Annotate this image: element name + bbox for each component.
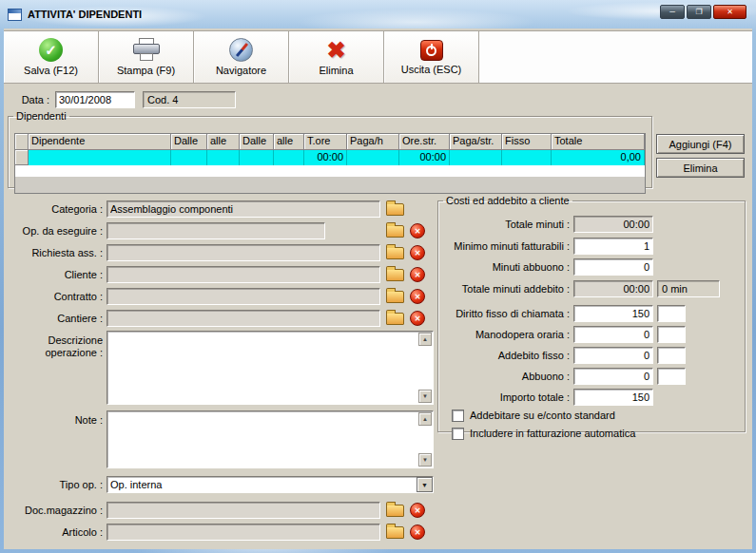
diritto-fisso-input[interactable]: [573, 305, 653, 322]
importo-totale-label: Importo totale :: [438, 391, 570, 404]
importo-totale-input[interactable]: [573, 389, 653, 406]
salva-button[interactable]: ✓ Salva (F12): [4, 31, 99, 83]
navigatore-label: Navigatore: [216, 65, 266, 76]
col-fisso[interactable]: Fisso: [502, 134, 552, 150]
cell-dalle-1[interactable]: [171, 150, 207, 165]
totale-minuti-field: [573, 216, 653, 233]
richiesta-ass-clear-icon[interactable]: ✕: [410, 245, 425, 260]
tipo-op-select[interactable]: Op. interna ▼: [107, 476, 434, 493]
op-da-eseguire-clear-icon[interactable]: ✕: [410, 223, 425, 238]
diritto-fisso-extra-input[interactable]: [657, 305, 686, 322]
close-button[interactable]: ✕: [713, 5, 746, 19]
cell-totale[interactable]: 0,00: [552, 150, 645, 165]
cantiere-clear-icon[interactable]: ✕: [410, 311, 425, 326]
col-dipendente[interactable]: Dipendente: [29, 134, 171, 150]
addebitare-checkbox-label: Addebitare su e/conto standard: [470, 410, 615, 422]
minuti-abbuono-input[interactable]: [573, 258, 653, 276]
note-scroll-down-icon[interactable]: ▼: [418, 453, 432, 467]
op-da-eseguire-folder-icon[interactable]: [386, 225, 404, 238]
elimina-button[interactable]: ✖ Elimina: [289, 31, 384, 83]
richiesta-ass-folder-icon[interactable]: [386, 247, 404, 259]
cell-paga-str[interactable]: [450, 150, 502, 165]
descrizione-scroll-up-icon[interactable]: ▲: [418, 333, 432, 346]
maximize-button[interactable]: ❐: [687, 5, 711, 19]
col-paga-h[interactable]: Paga/h: [347, 134, 399, 150]
doc-magazzino-clear-icon[interactable]: ✕: [410, 503, 425, 518]
save-check-icon: ✓: [39, 38, 63, 62]
data-label: Data :: [4, 93, 49, 106]
cell-dalle-2[interactable]: [240, 150, 274, 165]
col-dalle-1[interactable]: Dalle: [171, 134, 207, 150]
col-totale[interactable]: Totale: [552, 134, 645, 150]
doc-magazzino-label: Doc.magazzino :: [4, 504, 103, 517]
descrizione-scroll-down-icon[interactable]: ▼: [418, 390, 432, 403]
cell-fisso[interactable]: [502, 150, 552, 165]
aggiungi-button[interactable]: Aggiungi (F4): [656, 134, 745, 154]
minimo-minuti-input[interactable]: [573, 238, 653, 255]
descrizione-textarea[interactable]: [107, 331, 434, 405]
descrizione-label: Descrizione operazione :: [27, 334, 103, 359]
col-tore[interactable]: T.ore: [304, 134, 347, 150]
cell-tore[interactable]: 00:00: [304, 150, 347, 165]
cantiere-folder-icon[interactable]: [386, 313, 404, 325]
tipo-op-dropdown-button[interactable]: ▼: [417, 477, 433, 492]
contratto-clear-icon[interactable]: ✕: [410, 289, 425, 304]
row-selector-cell: [15, 150, 29, 165]
manodopera-input[interactable]: [573, 326, 653, 343]
articolo-input[interactable]: [107, 524, 380, 541]
titlebar[interactable]: ATTIVITA' DIPENDENTI ─ ❐ ✕: [0, 0, 756, 29]
costi-groupbox: Costi ed addebito a cliente Totale minut…: [437, 195, 746, 432]
abbuono-input[interactable]: [573, 368, 653, 385]
cantiere-input[interactable]: [107, 310, 380, 327]
note-textarea[interactable]: [107, 410, 434, 468]
cell-alle-1[interactable]: [207, 150, 240, 165]
salva-label: Salva (F12): [24, 65, 78, 76]
cell-alle-2[interactable]: [274, 150, 304, 165]
addebitare-checkbox[interactable]: [452, 410, 464, 422]
power-icon: [420, 40, 443, 61]
stampa-button[interactable]: Stampa (F9): [99, 31, 194, 83]
addebito-fisso-extra-input[interactable]: [657, 347, 686, 364]
cliente-input[interactable]: [107, 266, 380, 283]
articolo-folder-icon[interactable]: [386, 526, 404, 539]
cell-paga-h[interactable]: [347, 150, 399, 165]
op-da-eseguire-input[interactable]: [107, 222, 325, 239]
col-paga-str[interactable]: Paga/str.: [450, 134, 502, 150]
contratto-input[interactable]: [107, 288, 380, 305]
col-dalle-2[interactable]: Dalle: [240, 134, 274, 150]
col-alle-1[interactable]: alle: [207, 134, 240, 150]
printer-icon: [132, 38, 161, 62]
minimize-button[interactable]: ─: [660, 5, 685, 19]
data-input[interactable]: [55, 91, 135, 108]
abbuono-label: Abbuono :: [438, 370, 570, 383]
abbuono-extra-input[interactable]: [657, 368, 686, 385]
note-scroll-up-icon[interactable]: ▲: [418, 412, 432, 426]
dipendenti-grid[interactable]: Dipendente Dalle alle Dalle alle T.ore P…: [14, 133, 646, 194]
categoria-label: Categoria :: [4, 202, 103, 216]
navigatore-button[interactable]: Navigatore: [194, 31, 289, 83]
grid-selected-row[interactable]: 00:00 00:00 0,00: [15, 150, 645, 165]
grid-elimina-button[interactable]: Elimina: [656, 158, 745, 178]
cod-field: Cod. 4: [143, 91, 236, 108]
categoria-input[interactable]: [107, 200, 380, 218]
col-ore-str[interactable]: Ore.str.: [399, 134, 450, 150]
minuti-addebito-extra-field: 0 min: [657, 280, 720, 297]
cliente-clear-icon[interactable]: ✕: [410, 267, 425, 282]
uscita-button[interactable]: Uscita (ESC): [384, 31, 479, 83]
richiesta-ass-input[interactable]: [107, 244, 380, 261]
cliente-folder-icon[interactable]: [386, 269, 404, 281]
cell-ore-str[interactable]: 00:00: [399, 150, 450, 165]
doc-magazzino-folder-icon[interactable]: [386, 505, 404, 517]
addebito-fisso-input[interactable]: [573, 347, 653, 364]
categoria-folder-icon[interactable]: [386, 203, 404, 216]
dipendenti-legend: Dipendenti: [13, 110, 69, 122]
includere-checkbox[interactable]: [452, 428, 464, 440]
doc-magazzino-input[interactable]: [107, 502, 380, 519]
col-alle-2[interactable]: alle: [274, 134, 304, 150]
cantiere-label: Cantiere :: [4, 312, 103, 325]
manodopera-extra-input[interactable]: [657, 326, 686, 343]
contratto-folder-icon[interactable]: [386, 291, 404, 303]
articolo-clear-icon[interactable]: ✕: [410, 524, 425, 540]
cell-dipendente[interactable]: [29, 150, 171, 165]
contratto-label: Contratto :: [4, 290, 103, 303]
